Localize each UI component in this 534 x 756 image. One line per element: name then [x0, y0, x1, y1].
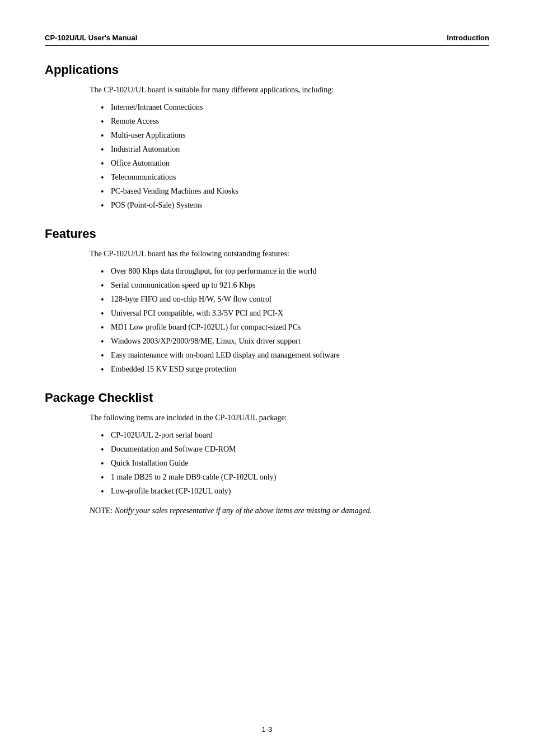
header-left: CP-102U/UL User's Manual [45, 34, 137, 42]
list-item: Low-profile bracket (CP-102UL only) [101, 485, 489, 497]
list-item: PC-based Vending Machines and Kiosks [101, 185, 489, 197]
list-item: POS (Point-of-Sale) Systems [101, 199, 489, 211]
header-bar: CP-102U/UL User's Manual Introduction [45, 34, 489, 46]
applications-list: Internet/Intranet Connections Remote Acc… [101, 101, 489, 211]
features-title: Features [45, 227, 489, 241]
note-prefix: NOTE: [90, 506, 115, 515]
list-item: Remote Access [101, 115, 489, 127]
package-checklist-intro: The following items are included in the … [90, 412, 489, 424]
list-item: Embedded 15 KV ESD surge protection [101, 363, 489, 375]
page-footer: 1-3 [0, 725, 534, 734]
list-item: 1 male DB25 to 2 male DB9 cable (CP-102U… [101, 471, 489, 483]
list-item: Easy maintenance with on-board LED displ… [101, 349, 489, 361]
list-item: Multi-user Applications [101, 129, 489, 141]
applications-section: Applications The CP-102U/UL board is sui… [45, 63, 489, 211]
features-section: Features The CP-102U/UL board has the fo… [45, 227, 489, 375]
package-checklist-title: Package Checklist [45, 391, 489, 405]
applications-intro: The CP-102U/UL board is suitable for man… [90, 84, 489, 96]
list-item: Office Automation [101, 157, 489, 169]
list-item: Documentation and Software CD-ROM [101, 443, 489, 455]
list-item: Windows 2003/XP/2000/98/ME, Linux, Unix … [101, 335, 489, 347]
package-checklist-list: CP-102U/UL 2-port serial board Documenta… [101, 429, 489, 497]
list-item: Internet/Intranet Connections [101, 101, 489, 113]
features-intro: The CP-102U/UL board has the following o… [90, 248, 489, 260]
list-item: Over 800 Kbps data throughput, for top p… [101, 265, 489, 277]
list-item: Quick Installation Guide [101, 457, 489, 469]
list-item: 128-byte FIFO and on-chip H/W, S/W flow … [101, 293, 489, 305]
note-italic: Notify your sales representative if any … [115, 506, 372, 515]
list-item: Universal PCI compatible, with 3.3/5V PC… [101, 307, 489, 319]
list-item: Serial communication speed up to 921.6 K… [101, 279, 489, 291]
note-text: NOTE: Notify your sales representative i… [90, 505, 489, 516]
list-item: Industrial Automation [101, 143, 489, 155]
package-checklist-section: Package Checklist The following items ar… [45, 391, 489, 516]
applications-title: Applications [45, 63, 489, 77]
page-number: 1-3 [262, 725, 273, 734]
list-item: Telecommunications [101, 171, 489, 183]
page: CP-102U/UL User's Manual Introduction Ap… [0, 0, 534, 756]
header-right: Introduction [447, 34, 489, 42]
list-item: CP-102U/UL 2-port serial board [101, 429, 489, 441]
features-list: Over 800 Kbps data throughput, for top p… [101, 265, 489, 375]
list-item: MD1 Low profile board (CP-102UL) for com… [101, 321, 489, 333]
